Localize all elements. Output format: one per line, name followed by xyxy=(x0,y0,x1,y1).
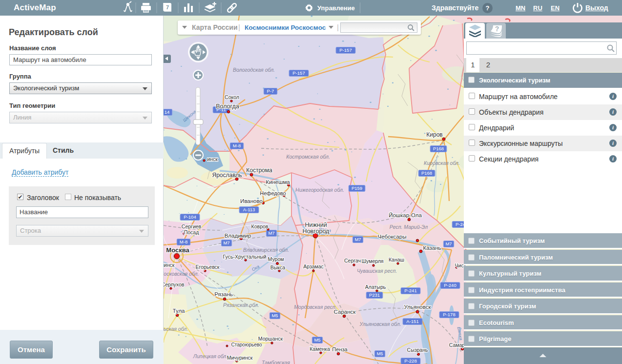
svg-text:Моршанск: Моршанск xyxy=(258,336,283,342)
svg-text:Москва: Москва xyxy=(166,246,189,254)
svg-text:Костромская обл.: Костромская обл. xyxy=(286,154,330,160)
svg-text:M5: M5 xyxy=(376,351,383,356)
svg-text:P168: P168 xyxy=(433,146,444,151)
svg-text:P231: P231 xyxy=(369,292,380,298)
svg-text:7: 7 xyxy=(166,4,169,10)
svg-text:Выкса: Выкса xyxy=(270,264,286,270)
svg-text:М-8: М-8 xyxy=(233,143,241,148)
svg-text:Владимир: Владимир xyxy=(225,233,251,239)
svg-text:Муром: Муром xyxy=(268,256,284,262)
svg-text:Мичуринск: Мичуринск xyxy=(227,355,253,361)
svg-text:Киров: Киров xyxy=(426,131,442,138)
svg-text:инск: инск xyxy=(207,156,218,162)
svg-text:Алатырь: Алатырь xyxy=(365,284,386,290)
svg-text:Саранск: Саранск xyxy=(334,309,356,315)
svg-text:Канаш: Канаш xyxy=(389,257,404,263)
svg-text:Сергиев: Сергиев xyxy=(182,223,202,229)
svg-text:Староюрьево: Староюрьево xyxy=(231,342,262,347)
svg-text:M5: M5 xyxy=(314,337,320,343)
svg-text:Вологодская обл.: Вологодская обл. xyxy=(233,67,275,73)
svg-text:Арзамас: Арзамас xyxy=(303,263,324,269)
svg-text:Кинешма: Кинешма xyxy=(266,179,290,185)
svg-text:Казань: Казань xyxy=(423,245,441,251)
svg-text:М-8: М-8 xyxy=(180,239,187,244)
svg-text:M7: M7 xyxy=(354,237,361,242)
svg-text:Гусь-Хрустальный: Гусь-Хрустальный xyxy=(223,254,267,260)
svg-text:Пенза: Пенза xyxy=(332,346,348,352)
svg-text:Иваново: Иваново xyxy=(240,198,263,204)
svg-text:Ульяновск: Ульяновск xyxy=(404,304,432,310)
svg-text:M7: M7 xyxy=(268,230,274,236)
svg-text:P-178: P-178 xyxy=(443,312,455,317)
svg-text:M5: M5 xyxy=(271,313,278,318)
svg-text:Чебоксары: Чебоксары xyxy=(378,234,407,240)
svg-text:Рязанская обл.: Рязанская обл. xyxy=(223,302,259,308)
svg-text:?: ? xyxy=(495,25,499,33)
svg-text:Посад: Посад xyxy=(184,229,199,235)
svg-text:P-157: P-157 xyxy=(292,70,305,76)
svg-text:Липецкая обл.: Липецкая обл. xyxy=(193,353,228,359)
svg-text:A-113: A-113 xyxy=(243,207,255,212)
svg-text:M7: M7 xyxy=(223,240,229,245)
svg-text:Йошкар-Ола: Йошкар-Ола xyxy=(389,212,422,218)
svg-text:Серпухов: Серпухов xyxy=(164,282,185,287)
svg-text:P-157: P-157 xyxy=(339,47,352,53)
svg-text:Нижний: Нижний xyxy=(305,222,327,228)
svg-text:Нижегородская обл.: Нижегородская обл. xyxy=(295,187,344,193)
svg-text:Ульяновская обл.: Ульяновская обл. xyxy=(359,321,401,327)
svg-text:Кировская обл.: Кировская обл. xyxy=(424,160,460,166)
svg-text:P-241: P-241 xyxy=(404,288,416,293)
svg-text:Мордовская респ.: Мордовская респ. xyxy=(294,304,336,310)
svg-text:Нефедово: Нефедово xyxy=(260,190,286,196)
svg-text:P168: P168 xyxy=(421,170,432,176)
svg-text:P159: P159 xyxy=(352,185,362,191)
svg-text:P-104: P-104 xyxy=(184,214,196,220)
svg-text:Каменка: Каменка xyxy=(310,346,330,352)
svg-text:Егорьевск: Егорьевск xyxy=(196,264,220,270)
svg-text:М7: М7 xyxy=(445,241,452,246)
svg-text:Ковров: Ковров xyxy=(251,223,269,229)
svg-text:минск: минск xyxy=(164,262,175,268)
svg-text:льская обл.: льская обл. xyxy=(164,326,188,332)
svg-text:Владимирская обл.: Владимирская обл. xyxy=(243,247,289,253)
svg-text:14: 14 xyxy=(165,109,170,115)
svg-text:Сокол: Сокол xyxy=(225,94,239,100)
svg-text:Тула: Тула xyxy=(173,308,186,314)
svg-text:Вологда: Вологда xyxy=(216,103,239,110)
svg-text:Ярославль: Ярославль xyxy=(212,172,242,179)
svg-text:Самар: Самар xyxy=(449,342,465,348)
svg-text:P-228: P-228 xyxy=(404,358,416,364)
svg-text:Кострома: Кострома xyxy=(246,167,272,174)
svg-text:Респ. Марий-Эл: Респ. Марий-Эл xyxy=(390,224,428,230)
svg-text:P-240: P-240 xyxy=(444,283,456,288)
svg-text:A-151: A-151 xyxy=(406,319,418,324)
svg-text:Чувашская респ.: Чувашская респ. xyxy=(357,268,397,274)
svg-text:Тамбовская: Тамбовская xyxy=(262,360,290,364)
svg-text:Новгород: Новгород xyxy=(303,228,330,235)
svg-text:Шумерля: Шумерля xyxy=(361,258,383,264)
svg-text:Сергач: Сергач xyxy=(344,258,361,263)
svg-text:Рязань: Рязань xyxy=(214,291,233,297)
svg-text:P-7: P-7 xyxy=(267,88,274,94)
svg-text:Сызрань: Сызрань xyxy=(407,347,428,353)
svg-text:Московская обл.: Московская обл. xyxy=(164,271,199,277)
